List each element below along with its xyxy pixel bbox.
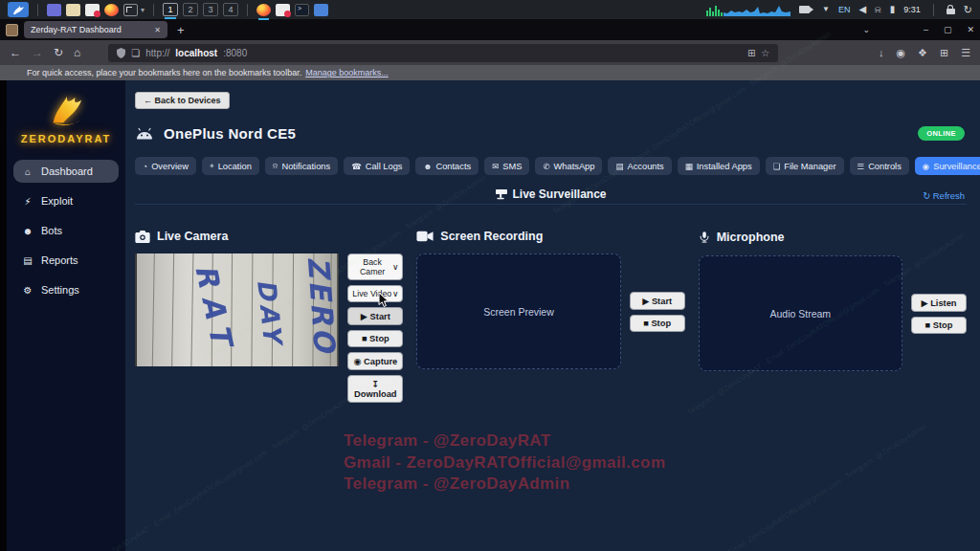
tab-list-caret-icon[interactable]: ⌄ bbox=[862, 25, 870, 34]
mic-listen-button[interactable]: ▶ Listen bbox=[911, 294, 967, 312]
nav-forward-button[interactable]: → bbox=[32, 47, 43, 58]
folder-icon: ❏ bbox=[773, 162, 781, 171]
sliders-icon: ☰ bbox=[858, 162, 865, 171]
sidebar-item-reports[interactable]: ▤ Reports bbox=[13, 249, 119, 272]
tab-surveillance[interactable]: ◉Surveillance bbox=[915, 157, 980, 175]
camera-capture-button[interactable]: ◉ Capture bbox=[347, 352, 403, 370]
sidebar: ZERODAYRAT ⌂ Dashboard ⚡ Exploit ☻ Bots … bbox=[7, 80, 125, 551]
session-restart-icon[interactable]: ↻ bbox=[964, 5, 972, 15]
tab-notifications[interactable]: ⍾Notifications bbox=[265, 157, 338, 175]
tab-controls[interactable]: ☰Controls bbox=[850, 157, 909, 175]
tab-overview[interactable]: ◔Overview bbox=[135, 157, 196, 175]
camera-start-button[interactable]: ▶ Start bbox=[347, 307, 403, 325]
stream-mode-select[interactable]: Live Video∨ bbox=[347, 285, 403, 302]
workspace-2[interactable]: 2 bbox=[183, 3, 198, 16]
window-controls: ⌄ – ▢ ✕ bbox=[862, 25, 974, 34]
refresh-link[interactable]: ↻ Refresh bbox=[923, 190, 965, 201]
battery-icon[interactable]: ▮ bbox=[890, 5, 896, 14]
tab-location[interactable]: ⌖Location bbox=[202, 157, 259, 175]
new-tab-button[interactable]: + bbox=[173, 23, 189, 37]
browser-tab[interactable]: Zerday-RAT Dashboard ✕ bbox=[24, 21, 167, 38]
sidebar-item-exploit[interactable]: ⚡ Exploit bbox=[13, 189, 119, 212]
watermark-line: Telegram - @ZeroDayRAT bbox=[344, 430, 665, 452]
downloads-icon[interactable]: ↓ bbox=[879, 47, 884, 58]
desktop-edge bbox=[0, 80, 7, 551]
document-app-icon[interactable] bbox=[85, 4, 100, 16]
camcorder-tray-icon[interactable] bbox=[799, 6, 810, 13]
back-to-devices-button[interactable]: ← Back to Devices bbox=[135, 92, 230, 109]
workspace-3[interactable]: 3 bbox=[203, 3, 218, 16]
lock-screen-icon[interactable] bbox=[947, 9, 955, 14]
containers-grid-icon[interactable]: ⊞ bbox=[747, 48, 755, 58]
camera-source-select[interactable]: Back Camer∨ bbox=[347, 253, 403, 280]
firefox-launcher-icon[interactable] bbox=[104, 4, 119, 16]
shield-icon[interactable] bbox=[117, 48, 125, 58]
tab-whatsapp[interactable]: ✆WhatsApp bbox=[535, 157, 602, 175]
tab-file-manager[interactable]: ❏File Manager bbox=[766, 157, 844, 175]
browser-tab-bar: Zerday-RAT Dashboard ✕ + ⌄ – ▢ ✕ bbox=[0, 19, 980, 40]
nav-reload-button[interactable]: ↻ bbox=[54, 47, 63, 58]
tab-close-icon[interactable]: ✕ bbox=[154, 26, 161, 34]
network-tray-icon[interactable]: ▼ bbox=[822, 6, 830, 13]
terminal-window-icon[interactable] bbox=[295, 4, 309, 16]
chevron-down-icon: ∨ bbox=[392, 289, 398, 298]
keyboard-layout-indicator[interactable]: EN bbox=[838, 6, 851, 14]
phone-icon: ☎ bbox=[351, 162, 362, 171]
notifications-bell-icon[interactable]: ⍾ bbox=[875, 5, 881, 14]
overview-icon: ◔ bbox=[143, 162, 147, 171]
window-minimize-button[interactable]: – bbox=[924, 25, 928, 34]
tab-label: Call Logs bbox=[366, 162, 403, 171]
section-title: Live Surveillance bbox=[512, 187, 606, 201]
mic-stop-button[interactable]: ■ Stop bbox=[911, 317, 967, 334]
screen-recording-header: Screen Recording bbox=[416, 230, 684, 243]
camera-stop-button[interactable]: ■ Stop bbox=[347, 330, 403, 347]
microphone-icon bbox=[699, 230, 710, 245]
window-close-button[interactable]: ✕ bbox=[967, 25, 974, 34]
volume-icon[interactable]: ◀ bbox=[858, 5, 866, 14]
extension-icon[interactable]: ◉ bbox=[896, 47, 905, 59]
files-window-icon[interactable] bbox=[314, 4, 328, 16]
sidebar-item-bots[interactable]: ☻ Bots bbox=[13, 219, 119, 242]
extensions-grid-icon[interactable]: ⊞ bbox=[940, 47, 948, 59]
sidebar-item-label: Dashboard bbox=[41, 165, 93, 177]
tab-accounts[interactable]: ▤Accounts bbox=[608, 157, 671, 175]
tab-installed-apps[interactable]: ▦Installed Apps bbox=[678, 157, 760, 175]
microphone-panel: Microphone Audio Stream ▶ Listen ■ Stop bbox=[699, 230, 967, 403]
tab-label: Surveillance bbox=[933, 162, 980, 171]
camera-download-button[interactable]: ↧ Download bbox=[347, 375, 403, 403]
nav-back-button[interactable]: ← bbox=[10, 47, 21, 58]
bookmark-star-icon[interactable]: ☆ bbox=[761, 48, 769, 58]
browser-view-icon[interactable] bbox=[6, 24, 18, 36]
sidebar-item-dashboard[interactable]: ⌂ Dashboard bbox=[13, 160, 119, 183]
window-maximize-button[interactable]: ▢ bbox=[944, 25, 952, 34]
sidebar-item-settings[interactable]: ⚙ Settings bbox=[13, 278, 119, 301]
page-info-icon[interactable]: ❏ bbox=[131, 48, 140, 58]
url-host: localhost bbox=[175, 48, 217, 58]
tab-label: Contacts bbox=[435, 162, 471, 171]
workspace-1[interactable]: 1 bbox=[163, 3, 178, 16]
taskbar-tray: ▼ EN ◀ ⍾ ▮ 9:31 ↻ bbox=[706, 3, 972, 16]
screen-start-button[interactable]: ▶ Start bbox=[630, 292, 685, 310]
screenshot-tool-icon[interactable] bbox=[123, 4, 138, 16]
manage-bookmarks-link[interactable]: Manage bookmarks... bbox=[305, 68, 389, 77]
hamburger-menu-icon[interactable]: ☰ bbox=[961, 47, 970, 59]
display-settings-icon[interactable] bbox=[47, 4, 61, 16]
tab-call-logs[interactable]: ☎Call Logs bbox=[344, 157, 410, 175]
profile-icon[interactable]: ❖ bbox=[918, 47, 927, 59]
workspace-4[interactable]: 4 bbox=[223, 3, 238, 16]
clock[interactable]: 9:31 bbox=[903, 5, 921, 14]
file-manager-icon[interactable] bbox=[66, 4, 80, 16]
tab-sms[interactable]: ✉SMS bbox=[484, 157, 529, 175]
app-menu-button[interactable] bbox=[8, 2, 29, 17]
envelope-icon: ✉ bbox=[492, 162, 499, 171]
status-badge: ONLINE bbox=[918, 126, 965, 141]
screenshot-dropdown-caret[interactable]: ▾ bbox=[141, 6, 145, 14]
screen-stop-button[interactable]: ■ Stop bbox=[630, 315, 685, 332]
url-bar[interactable]: ❏ http://localhost:8080 ⊞ ☆ bbox=[108, 44, 778, 62]
screen-recording-panel: Screen Recording Screen Preview ▶ Start … bbox=[416, 230, 684, 403]
firefox-window-icon[interactable] bbox=[256, 4, 271, 16]
nav-home-button[interactable]: ⌂ bbox=[74, 47, 80, 58]
tab-contacts[interactable]: ☻Contacts bbox=[415, 157, 479, 175]
document-window-icon[interactable] bbox=[276, 4, 290, 16]
camera-feed: ZERO DAY RAT bbox=[135, 253, 339, 366]
